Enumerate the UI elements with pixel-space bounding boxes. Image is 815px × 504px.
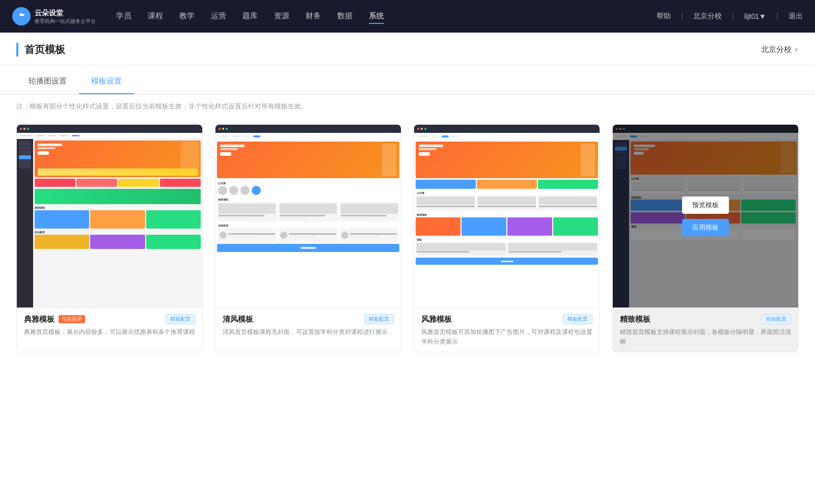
template-name-row-jingzhi: 精致模板 模板配置 [620,314,791,324]
preview-btn-qingfeng[interactable]: 预览模板 [285,197,332,214]
page-title: 首页模板 [16,43,65,57]
branch-label: 北京分校 [761,45,792,54]
chevron-down-icon: ∨ [794,45,799,54]
nav-item-system[interactable]: 系统 [369,9,384,24]
preview-btn-jingzhi[interactable]: 预览模板 [682,197,729,214]
template-desc-fengya: 风雅首页模板可添加轮播图下广告图片，可对课程及课程包设置学科分类展示 [421,327,592,347]
template-card-jingzhi: 公开课 [612,124,799,352]
tab-template[interactable]: 模板设置 [79,69,134,94]
main-page: 首页模板 北京分校 ∨ 轮播图设置 模板设置 注：模板有部分个性化样式设置，设置… [0,33,815,504]
main-nav: ☁ 云朵设堂 教育机构一站式服务云平台 学员 课程 教学 运营 题库 资源 财务… [0,0,815,33]
templates-grid: 推荐课程 职业教育 [0,118,815,373]
apply-btn-dianyan[interactable]: 应用模板 [86,219,133,236]
nav-menu: 学员 课程 教学 运营 题库 资源 财务 数据 系统 [116,9,657,24]
nav-item-finance[interactable]: 财务 [306,9,321,24]
badge-current-dianyan: 当前应用 [59,315,85,323]
logo-line1: 云朵设堂 [35,8,96,17]
template-name-row-fengya: 风雅模板 模板配置 [421,314,592,324]
preview-btn-fengya[interactable]: 预览模板 [483,197,530,214]
template-footer-jingzhi: 精致模板 模板配置 精致首页模板支持课程展示封面，各模板分隔明显，界面简洁清晰 [613,308,798,352]
preview-btn-dianyan[interactable]: 预览模板 [86,197,133,214]
nav-item-operations[interactable]: 运营 [211,9,226,24]
template-footer-dianyan: 典雅模板 当前应用 模板配置 典雅首页模板，展示内容较多，可以展示优惠券和多个推… [17,308,202,342]
template-preview-dianyan: 推荐课程 职业教育 [17,125,202,308]
template-name-dianyan: 典雅模板 [24,315,55,324]
apply-btn-qingfeng[interactable]: 应用模板 [285,219,332,236]
template-name-qingfeng: 清风模板 [223,315,253,324]
template-footer-qingfeng: 清风模板 模板配置 清风首页模板课程无封面，可设置按学科分类对课程进行展示 [215,308,401,342]
nav-item-teaching[interactable]: 教学 [179,9,195,24]
apply-btn-fengya[interactable]: 应用模板 [483,219,530,236]
template-card-dianyan: 推荐课程 职业教育 [16,124,203,352]
badge-config-fengya[interactable]: 模板配置 [563,314,592,324]
logo: ☁ 云朵设堂 教育机构一站式服务云平台 [12,7,96,25]
logo-icon: ☁ [12,7,31,25]
nav-item-resources[interactable]: 资源 [274,9,289,24]
template-name-row-dianyan: 典雅模板 当前应用 模板配置 [24,314,195,324]
template-preview-jingzhi: 公开课 [613,125,798,308]
nav-right: 帮助 | 北京分校 | lijt01▼ | 退出 [657,12,803,21]
nav-item-questions[interactable]: 题库 [242,9,258,24]
badge-config-jingzhi[interactable]: 模板配置 [762,314,791,324]
nav-branch[interactable]: 北京分校 [693,12,722,21]
template-desc-jingzhi: 精致首页模板支持课程展示封面，各模板分隔明显，界面简洁清晰 [620,327,791,347]
badge-config-dianyan[interactable]: 模板配置 [166,314,195,324]
template-desc-dianyan: 典雅首页模板，展示内容较多，可以展示优惠券和多个推荐课程 [24,327,195,337]
logo-line2: 教育机构一站式服务云平台 [35,18,96,24]
nav-logout[interactable]: 退出 [789,12,803,21]
template-name-jingzhi: 精致模板 [620,315,650,324]
page-header: 首页模板 北京分校 ∨ [0,33,815,65]
template-card-fengya: 公开课 [414,124,600,352]
nav-item-data[interactable]: 数据 [337,9,352,24]
template-preview-qingfeng: 公开课 推荐课程 [215,125,401,308]
nav-user[interactable]: lijt01▼ [744,12,766,20]
template-footer-fengya: 风雅模板 模板配置 风雅首页模板可添加轮播图下广告图片，可对课程及课程包设置学科… [414,308,600,352]
nav-item-courses[interactable]: 课程 [148,9,163,24]
tab-carousel[interactable]: 轮播图设置 [16,69,79,94]
template-overlay-jingzhi: 预览模板 应用模板 [613,125,798,307]
nav-help[interactable]: 帮助 [657,12,671,21]
notice-text: 注：模板有部分个性化样式设置，设置后仅当前模板生效；非个性化样式设置后针对所有模… [0,95,815,118]
template-name-fengya: 风雅模板 [421,315,452,324]
template-preview-fengya: 公开课 [414,125,600,308]
logo-text: 云朵设堂 教育机构一站式服务云平台 [35,8,96,24]
badge-config-qingfeng[interactable]: 模板配置 [364,314,394,324]
tab-bar: 轮播图设置 模板设置 [0,69,815,95]
template-name-row-qingfeng: 清风模板 模板配置 [223,314,394,324]
template-desc-qingfeng: 清风首页模板课程无封面，可设置按学科分类对课程进行展示 [223,327,394,337]
branch-selector[interactable]: 北京分校 ∨ [761,45,799,54]
nav-item-students[interactable]: 学员 [116,9,131,24]
template-card-qingfeng: 公开课 推荐课程 [215,124,401,352]
apply-btn-jingzhi[interactable]: 应用模板 [682,219,729,236]
